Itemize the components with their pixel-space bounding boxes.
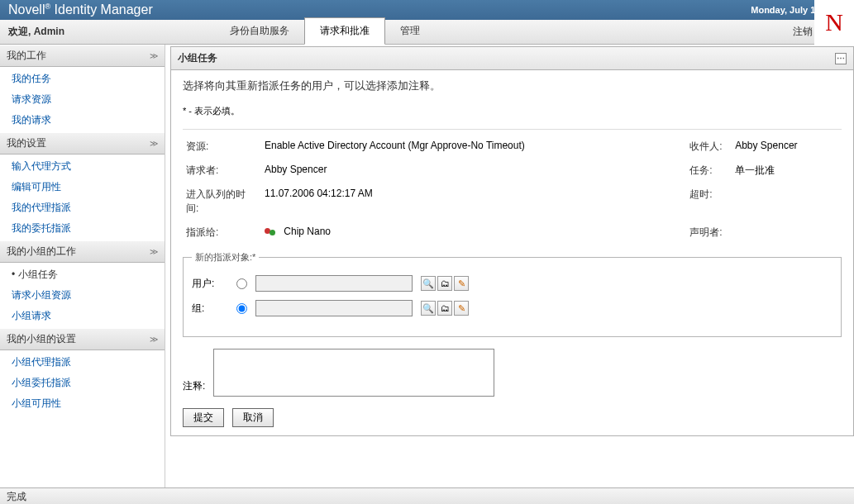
sidebar-item-team-requests[interactable]: 小组请求 <box>0 306 165 326</box>
registered-mark: ® <box>45 2 50 11</box>
sidebar-item-my-proxy-assign[interactable]: 我的代理指派 <box>0 197 165 218</box>
nav-tabs: 身份自助服务 请求和批准 管理 <box>198 20 793 44</box>
sidebar-item-team-delegate-assign[interactable]: 小组委托指派 <box>0 373 165 393</box>
sidebar: 我的工作 ≫ 我的任务 请求资源 我的请求 我的设置 ≫ 输入代理方式 编辑可用… <box>0 45 165 487</box>
history-icon[interactable]: 🗂 <box>437 276 452 291</box>
sidebar-item-my-requests[interactable]: 我的请求 <box>0 110 165 131</box>
sidebar-item-edit-availability[interactable]: 编辑可用性 <box>0 177 165 197</box>
sidebar-group-label: 我的设置 <box>7 136 46 150</box>
clear-icon[interactable]: ✎ <box>454 276 469 291</box>
task-value: 单一批准 <box>732 159 842 183</box>
timeout-label: 超时: <box>686 183 732 221</box>
radio-user[interactable] <box>236 278 247 289</box>
resource-value: Enable Active Directory Account (Mgr App… <box>261 135 686 159</box>
sidebar-item-team-tasks[interactable]: 小组任务 <box>0 264 165 285</box>
sidebar-group-team-settings[interactable]: 我的小组的设置 ≫ <box>0 328 165 350</box>
info-table: 资源: Enable Active Directory Account (Mgr… <box>183 135 842 245</box>
tab-self-service[interactable]: 身份自助服务 <box>215 18 304 44</box>
assignedto-value: Chip Nano <box>261 221 686 245</box>
sidebar-item-team-availability[interactable]: 小组可用性 <box>0 393 165 414</box>
user-input[interactable] <box>255 275 413 292</box>
secondary-bar: 欢迎, Admin 身份自助服务 请求和批准 管理 注销 帮助 <box>0 20 854 45</box>
instruction-text: 选择将向其重新指派任务的用户，可以选择添加注释。 <box>183 78 842 93</box>
chevron-icon: ≫ <box>150 51 158 60</box>
recipient-label: 收件人: <box>686 135 732 159</box>
submit-button[interactable]: 提交 <box>183 408 224 427</box>
chevron-icon: ≫ <box>150 247 158 256</box>
radio-group-label: 组: <box>192 302 228 316</box>
panel-title: 小组任务 <box>178 51 217 65</box>
content-area: 小组任务 ⋯ 选择将向其重新指派任务的用户，可以选择添加注释。 * - 表示必填… <box>165 45 854 487</box>
panel: 小组任务 ⋯ 选择将向其重新指派任务的用户，可以选择添加注释。 * - 表示必填… <box>170 46 854 436</box>
sidebar-item-my-tasks[interactable]: 我的任务 <box>0 69 165 89</box>
timeout-value <box>732 183 842 221</box>
requester-value: Abby Spencer <box>261 159 686 183</box>
sidebar-item-team-request-resource[interactable]: 请求小组资源 <box>0 285 165 306</box>
status-bar: 完成 <box>0 487 854 504</box>
lookup-icon[interactable]: 🔍 <box>421 301 436 316</box>
sidebar-item-request-resource[interactable]: 请求资源 <box>0 89 165 110</box>
comment-label: 注释: <box>183 379 205 397</box>
sidebar-item-team-proxy-assign[interactable]: 小组代理指派 <box>0 352 165 373</box>
resource-label: 资源: <box>183 135 261 159</box>
sidebar-group-label: 我的小组的工作 <box>7 245 76 259</box>
queued-value: 11.07.2006 04:12:17 AM <box>261 183 686 221</box>
sidebar-group-my-work[interactable]: 我的工作 ≫ <box>0 45 165 67</box>
task-label: 任务: <box>686 159 732 183</box>
sidebar-item-proxy-mode[interactable]: 输入代理方式 <box>0 156 165 177</box>
fieldset-legend: 新的指派对象:* <box>192 251 259 264</box>
radio-user-label: 用户: <box>192 277 228 291</box>
comment-textarea[interactable] <box>213 349 494 397</box>
group-input[interactable] <box>255 300 413 316</box>
queued-label: 进入队列的时间: <box>183 183 261 221</box>
claimer-value <box>732 221 842 245</box>
divider <box>183 129 842 130</box>
sidebar-item-my-delegate-assign[interactable]: 我的委托指派 <box>0 218 165 239</box>
chevron-icon: ≫ <box>150 335 158 344</box>
recipient-value: Abby Spencer <box>732 135 842 159</box>
radio-group[interactable] <box>236 303 247 314</box>
people-icon <box>265 226 278 238</box>
cancel-button[interactable]: 取消 <box>232 408 274 427</box>
tab-admin[interactable]: 管理 <box>385 18 435 44</box>
panel-options-icon[interactable]: ⋯ <box>835 53 847 64</box>
assignedto-text: Chip Nano <box>284 226 331 237</box>
header-bar: Novell® Identity Manager Monday, July 10… <box>0 0 854 20</box>
tab-requests-approvals[interactable]: 请求和批准 <box>304 17 385 45</box>
logo: N <box>814 0 854 45</box>
requester-label: 请求者: <box>183 159 261 183</box>
welcome-text: 欢迎, Admin <box>0 20 198 44</box>
logo-n-icon: N <box>825 8 843 36</box>
panel-header: 小组任务 ⋯ <box>171 47 853 70</box>
sidebar-group-my-settings[interactable]: 我的设置 ≫ <box>0 132 165 155</box>
claimer-label: 声明者: <box>686 221 732 245</box>
chevron-icon: ≫ <box>150 139 158 148</box>
app-title: Novell® Identity Manager <box>8 2 153 17</box>
title-suffix: Identity Manager <box>55 2 153 17</box>
lookup-icon[interactable]: 🔍 <box>421 276 436 291</box>
history-icon[interactable]: 🗂 <box>437 301 452 316</box>
logout-link[interactable]: 注销 <box>793 25 813 39</box>
clear-icon[interactable]: ✎ <box>454 301 469 316</box>
sidebar-group-label: 我的小组的设置 <box>7 332 76 346</box>
assignedto-label: 指派给: <box>183 221 261 245</box>
sidebar-group-team-work[interactable]: 我的小组的工作 ≫ <box>0 240 165 263</box>
required-note: * - 表示必填。 <box>183 105 842 117</box>
reassign-fieldset: 新的指派对象:* 用户: 🔍 🗂 ✎ 组: <box>183 251 842 337</box>
sidebar-group-label: 我的工作 <box>7 49 46 63</box>
title-prefix: Novell <box>8 2 45 17</box>
